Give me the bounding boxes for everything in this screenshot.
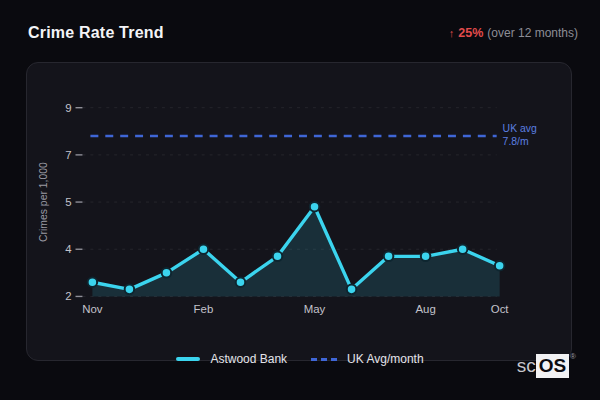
x-tick-label: May <box>304 303 326 315</box>
uk-avg-reference-group: UK avg7.8/m <box>90 123 537 147</box>
x-tick-label: Feb <box>194 303 214 315</box>
data-point-marker <box>347 285 357 295</box>
chart-card: 97542 NovFebMayAugOct Crimes per 1,000 U… <box>26 62 572 361</box>
y-tick-label: 7 <box>65 149 71 161</box>
data-point-marker <box>421 252 431 262</box>
y-tick-label: 2 <box>65 290 71 302</box>
y-axis-tick-labels: 97542 <box>65 102 72 303</box>
y-axis-title: Crimes per 1,000 <box>38 162 49 242</box>
crime-trend-chart: 97542 NovFebMayAugOct Crimes per 1,000 U… <box>27 63 571 360</box>
logo-text-sc: sc <box>517 355 536 377</box>
scos-logo: scOS® <box>517 354 576 378</box>
y-tick-label: 4 <box>65 243 72 255</box>
page-title: Crime Rate Trend <box>28 24 164 42</box>
data-point-marker <box>199 244 209 254</box>
header: Crime Rate Trend ↑ 25% (over 12 months) <box>28 22 578 44</box>
legend-label-astwood: Astwood Bank <box>210 352 287 366</box>
data-point-marker <box>458 244 468 254</box>
data-point-marker <box>125 285 135 295</box>
data-point-marker <box>310 202 320 212</box>
logo-text-os: OS <box>536 354 569 378</box>
x-tick-label: Aug <box>415 303 435 315</box>
uk-avg-dash-swatch-icon <box>311 358 337 361</box>
legend-item-uk-avg[interactable]: UK Avg/month <box>311 352 424 366</box>
x-tick-label: Oct <box>491 303 510 315</box>
trend-up-arrow-icon: ↑ <box>449 27 455 39</box>
trend-percentage: 25% <box>458 26 483 40</box>
data-point-marker <box>162 268 172 278</box>
legend-label-uk-avg: UK Avg/month <box>347 352 424 366</box>
data-point-marker <box>384 252 394 262</box>
x-axis-tick-labels: NovFebMayAugOct <box>82 303 509 315</box>
chart-legend: Astwood Bank UK Avg/month <box>0 352 600 366</box>
uk-avg-label: UK avg <box>503 123 537 134</box>
trend-context: (over 12 months) <box>487 26 578 40</box>
x-tick-label: Nov <box>82 303 103 315</box>
registered-trademark-icon: ® <box>570 352 576 361</box>
trend-badge: ↑ 25% (over 12 months) <box>449 26 578 40</box>
series-area-fill <box>92 207 499 297</box>
legend-item-astwood-bank[interactable]: Astwood Bank <box>176 352 287 366</box>
y-tick-label: 9 <box>65 102 71 114</box>
data-point-marker <box>236 278 246 288</box>
y-tick-label: 5 <box>65 196 71 208</box>
uk-avg-label: 7.8/m <box>503 136 529 147</box>
data-point-marker <box>495 261 505 271</box>
astwood-line-swatch-icon <box>176 357 200 361</box>
data-point-marker <box>273 252 283 262</box>
dashboard-page: Crime Rate Trend ↑ 25% (over 12 months) … <box>0 0 600 400</box>
data-point-marker <box>88 278 98 288</box>
